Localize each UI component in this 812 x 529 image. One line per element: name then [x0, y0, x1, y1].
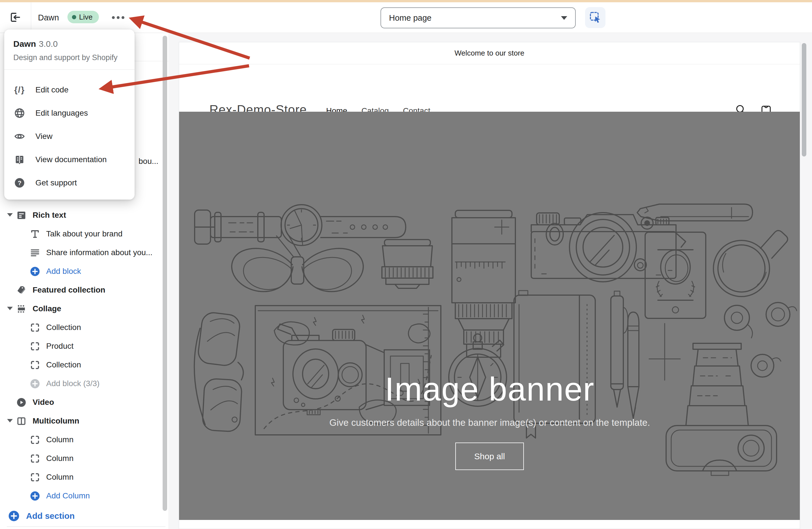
sidebar-item-multicolumn[interactable]: Multicolumn — [0, 412, 168, 430]
svg-text:?: ? — [17, 180, 21, 187]
sidebar-item-label: Multicolumn — [32, 416, 79, 426]
sidebar-item-label: Add Column — [46, 491, 90, 500]
sidebar-item-column-1[interactable]: Column — [0, 430, 168, 449]
popover-theme-name: Dawn — [13, 39, 36, 48]
popover-theme-version: 3.0.0 — [39, 39, 58, 48]
brackets-icon — [30, 434, 40, 445]
brackets-icon — [30, 453, 40, 464]
multicolumn-icon — [16, 416, 27, 426]
sidebar-scrollbar[interactable] — [163, 36, 167, 511]
sidebar-item-label: Talk about your brand — [46, 229, 122, 239]
sidebar-item-label: Column — [46, 473, 73, 482]
lines-icon — [30, 247, 40, 258]
image-banner-section: Image banner Give customers details abou… — [179, 112, 800, 520]
sidebar-section-list: Rich textTalk about your brandShare info… — [0, 206, 168, 505]
richtext-icon — [16, 210, 27, 220]
banner-heading: Image banner — [179, 370, 800, 408]
chevron-down-icon — [561, 16, 567, 20]
store-preview-frame: Welcome to our store Rex-Demo-Store Home… — [179, 42, 800, 529]
trial-banner-strip — [0, 0, 812, 2]
sidebar-item-label: Video — [32, 398, 54, 407]
exit-editor-button[interactable] — [8, 10, 23, 25]
topbar: Dawn Live Home page — [0, 2, 812, 33]
popover-subtitle: Design and support by Shopify — [13, 53, 126, 62]
theme-actions-popover: Dawn3.0.0 Design and support by Shopify … — [4, 29, 134, 200]
sidebar-item-column-3[interactable]: Column — [0, 468, 168, 486]
menu-item-edit-languages[interactable]: Edit languages — [4, 101, 134, 125]
sidebar-item-label: Share information about you... — [46, 248, 153, 257]
store-header: Rex-Demo-Store HomeCatalogContact — [179, 65, 800, 112]
select-section-icon — [589, 11, 602, 25]
sidebar-item-label: Collection — [46, 323, 81, 332]
page-scrollbar[interactable] — [802, 43, 806, 157]
exit-icon — [9, 11, 21, 24]
sidebar-item-share-information[interactable]: Share information about you... — [0, 243, 168, 262]
globe-icon — [13, 107, 26, 119]
chevron-down-icon[interactable] — [7, 213, 13, 217]
menu-item-label: Edit code — [35, 85, 69, 95]
sidebar-item-featured-collection[interactable]: Featured collection — [0, 281, 168, 299]
shop-all-button[interactable]: Shop all — [455, 443, 524, 470]
sidebar-item-add-block-rich-text[interactable]: Add block — [0, 262, 168, 281]
collage-icon — [16, 304, 27, 314]
sidebar-item-label: Product — [46, 342, 74, 351]
sidebar-item-label: Add block (3/3) — [46, 379, 99, 388]
sidebar-item-collage-collection-2[interactable]: Collection — [0, 356, 168, 374]
live-dot-icon — [72, 15, 76, 19]
banner-subheading: Give customers details about the banner … — [179, 417, 800, 428]
sidebar-item-label: Column — [46, 454, 73, 463]
sidebar-item-label: Collage — [32, 304, 61, 313]
plus-icon — [30, 491, 40, 501]
sidebar-item-collage-collection-1[interactable]: Collection — [0, 318, 168, 337]
announcement-bar: Welcome to our store — [179, 42, 800, 65]
sidebar-item-rich-text[interactable]: Rich text — [0, 206, 168, 225]
live-badge: Live — [68, 11, 99, 23]
ellipsis-icon — [112, 16, 115, 19]
sidebar-item-talk-about-your-brand[interactable]: Talk about your brand — [0, 225, 168, 243]
theme-actions-menu-button[interactable] — [110, 12, 127, 23]
sidebar-item-add-block-collage[interactable]: Add block (3/3) — [0, 374, 168, 393]
page-selector[interactable]: Home page — [380, 8, 576, 28]
menu-item-edit-code[interactable]: {/}Edit code — [4, 78, 134, 101]
book-icon — [13, 153, 26, 166]
question-icon: ? — [13, 176, 26, 189]
plus-icon — [30, 266, 40, 277]
code-icon: {/} — [13, 84, 26, 96]
brackets-icon — [30, 341, 40, 352]
sidebar-item-collage[interactable]: Collage — [0, 299, 168, 318]
textT-icon — [30, 229, 40, 239]
menu-item-label: View — [35, 132, 53, 141]
sidebar-item-video[interactable]: Video — [0, 393, 168, 412]
sidebar-item-column-2[interactable]: Column — [0, 449, 168, 468]
section-picker-button[interactable] — [585, 7, 606, 28]
chevron-down-icon[interactable] — [7, 307, 13, 310]
menu-item-label: Edit languages — [35, 109, 88, 118]
plus-circle-icon — [8, 510, 20, 522]
sidebar-item-collage-product[interactable]: Product — [0, 337, 168, 356]
tags-icon — [16, 285, 27, 296]
sidebar-item-label: Rich text — [32, 211, 66, 220]
sidebar-item-label: Featured collection — [32, 285, 105, 295]
brackets-icon — [30, 322, 40, 333]
theme-name: Dawn — [38, 13, 59, 23]
menu-item-label: View documentation — [35, 155, 107, 164]
menu-item-view[interactable]: View — [4, 125, 134, 148]
menu-item-get-support[interactable]: ?Get support — [4, 171, 134, 195]
brackets-icon — [30, 472, 40, 483]
sidebar-item-label: Column — [46, 435, 73, 444]
plus-icon — [30, 378, 40, 389]
menu-item-view-documentation[interactable]: View documentation — [4, 148, 134, 171]
brackets-icon — [30, 360, 40, 370]
sidebar-item-label: Collection — [46, 360, 81, 369]
sidebar-truncated-row-fragment: bou... — [139, 157, 158, 166]
announcement-text: Welcome to our store — [454, 49, 524, 58]
chevron-down-icon[interactable] — [7, 419, 13, 423]
add-section-button[interactable]: Add section — [8, 509, 75, 523]
popover-menu-list: {/}Edit codeEdit languagesViewView docum… — [4, 70, 134, 195]
video-icon — [16, 397, 27, 408]
eye-icon — [13, 130, 26, 143]
sidebar-item-label: Add block — [46, 267, 81, 276]
sidebar-item-add-column[interactable]: Add Column — [0, 486, 168, 505]
popover-header: Dawn3.0.0 Design and support by Shopify — [4, 29, 134, 62]
menu-item-label: Get support — [35, 178, 77, 187]
